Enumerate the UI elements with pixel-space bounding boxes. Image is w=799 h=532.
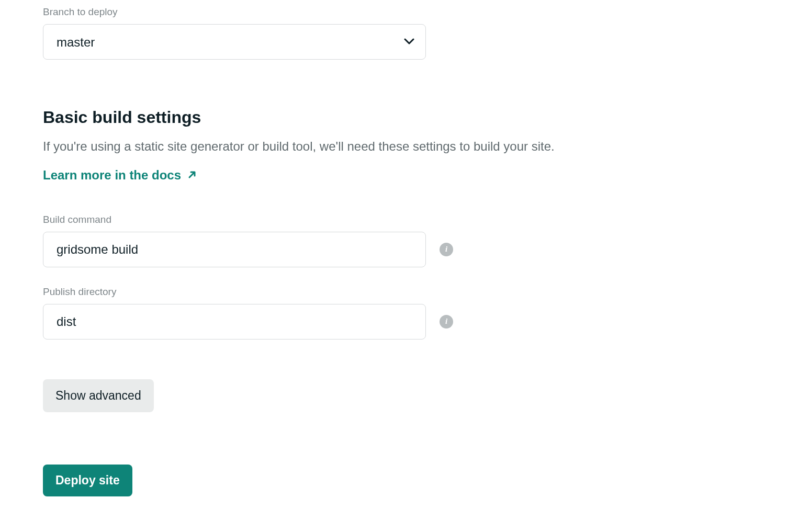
branch-select[interactable]: master xyxy=(43,24,426,60)
deploy-site-button[interactable]: Deploy site xyxy=(43,465,132,496)
info-icon[interactable]: i xyxy=(440,315,453,329)
info-icon[interactable]: i xyxy=(440,243,453,256)
external-link-arrow-icon xyxy=(187,168,197,183)
show-advanced-button[interactable]: Show advanced xyxy=(43,379,154,412)
docs-link-text: Learn more in the docs xyxy=(43,168,181,183)
build-command-label: Build command xyxy=(43,214,756,225)
branch-label: Branch to deploy xyxy=(43,6,756,18)
publish-directory-input[interactable] xyxy=(43,304,426,339)
build-command-input[interactable] xyxy=(43,232,426,267)
build-settings-heading: Basic build settings xyxy=(43,108,756,127)
build-settings-description: If you're using a static site generator … xyxy=(43,138,756,155)
docs-link[interactable]: Learn more in the docs xyxy=(43,168,197,183)
publish-directory-label: Publish directory xyxy=(43,286,756,298)
